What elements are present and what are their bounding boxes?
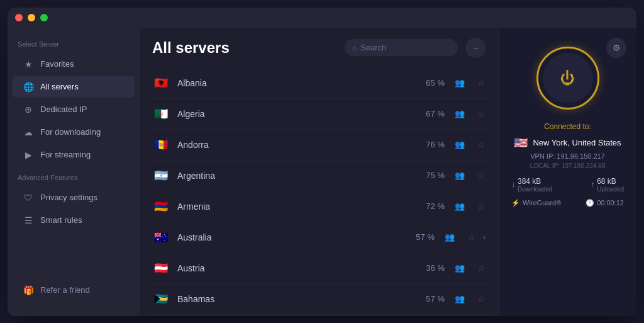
protocol-row: ⚡ WireGuard® 🕐 00:00:12: [509, 199, 626, 207]
favorite-star[interactable]: ☆: [477, 263, 486, 273]
country-name: Albania: [177, 78, 418, 88]
upload-stat: ↑ 68 kB Uploaded: [591, 177, 624, 193]
country-flag: 🇦🇲: [152, 198, 170, 215]
vpn-ip: VPN IP: 191.96.150.217: [530, 152, 605, 160]
location-flag: 🇺🇸: [514, 136, 528, 150]
refer-a-friend-button[interactable]: 🎁 Refer a friend: [13, 280, 135, 301]
refer-label: Refer a friend: [40, 285, 90, 295]
sidebar-bottom: 🎁 Refer a friend: [8, 275, 140, 306]
dedicated-ip-icon: ⊕: [23, 104, 34, 115]
favorite-star[interactable]: ☆: [477, 109, 486, 119]
maximize-button[interactable]: [40, 14, 48, 21]
streaming-icon: ▶: [23, 149, 34, 161]
sidebar-item-for-downloading[interactable]: ☁ For downloading: [13, 122, 135, 143]
server-load: 57 %: [416, 232, 435, 242]
server-load: 67 %: [426, 109, 445, 118]
sidebar-item-smart-rules[interactable]: ☰ Smart rules: [13, 210, 135, 231]
users-icon: 👥: [455, 78, 465, 88]
upload-arrow-icon: ↑: [591, 180, 594, 189]
sidebar-item-all-servers[interactable]: 🌐 All servers: [13, 76, 135, 98]
download-label: Downloaded: [518, 186, 553, 193]
protocol-name: WireGuard®: [523, 199, 561, 207]
country-name: Andorra: [177, 140, 418, 150]
sidebar-item-label: For streaming: [40, 150, 91, 159]
sidebar-item-label: All servers: [40, 82, 79, 91]
sidebar-item-dedicated-ip[interactable]: ⊕ Dedicated IP: [13, 99, 135, 120]
location-name: New York, United States: [533, 138, 621, 147]
favorite-star[interactable]: ☆: [477, 201, 486, 212]
local-ip: LOCAL IP: 197.180.224.68: [530, 162, 606, 169]
search-input[interactable]: [360, 43, 450, 52]
favorite-star[interactable]: ☆: [477, 78, 486, 88]
timer-value: 00:00:12: [597, 199, 624, 207]
sidebar-item-label: Dedicated IP: [40, 105, 87, 114]
download-icon: ☁: [23, 127, 34, 138]
server-row[interactable]: 🇩🇿 Algeria 67 % 👥 ☆: [145, 99, 493, 130]
content-area: Select Server ★ Favorites 🌐 All servers …: [8, 28, 636, 316]
server-row[interactable]: 🇧🇸 Bahamas 57 % 👥 ☆: [145, 284, 493, 315]
server-row[interactable]: 🇦🇩 Andorra 76 % 👥 ☆: [145, 130, 493, 161]
upload-col: 68 kB Uploaded: [597, 177, 624, 193]
server-list: 🇦🇱 Albania 65 % 👥 ☆ 🇩🇿 Algeria 67 % 👥 ☆: [140, 68, 498, 316]
minimize-button[interactable]: [28, 14, 35, 21]
users-icon: 👥: [445, 232, 455, 242]
country-flag: 🇧🇸: [152, 290, 170, 308]
main-panel: All servers ⌕ → 🇦🇱 Albania 65 % 👥 ☆: [140, 28, 498, 316]
country-name: Austria: [177, 263, 418, 273]
power-icon: ⏻: [560, 69, 575, 87]
server-load: 72 %: [426, 201, 445, 211]
traffic-lights: [15, 14, 48, 21]
sidebar-item-for-streaming[interactable]: ▶ For streaming: [13, 144, 135, 166]
power-button[interactable]: ⏻: [543, 53, 593, 103]
sidebar-item-favorites[interactable]: ★ Favorites: [13, 54, 135, 75]
server-row[interactable]: 🇦🇱 Albania 65 % 👥 ☆: [145, 68, 493, 99]
favorite-star[interactable]: ☆: [477, 294, 486, 304]
country-name: Bahamas: [177, 294, 418, 304]
expand-chevron-icon: ›: [483, 233, 486, 242]
server-load: 75 %: [426, 171, 445, 180]
star-icon: ★: [23, 59, 34, 70]
favorite-star[interactable]: ☆: [467, 232, 475, 242]
users-icon: 👥: [455, 109, 465, 118]
power-button-container[interactable]: ⏻: [536, 47, 599, 110]
connection-info: 🇺🇸 New York, United States VPN IP: 191.9…: [509, 136, 626, 169]
connected-to-label: Connected to:: [544, 122, 591, 131]
country-name: Armenia: [177, 201, 418, 212]
country-name: Algeria: [177, 109, 418, 119]
country-name: Australia: [177, 232, 408, 242]
sidebar-item-privacy-settings[interactable]: 🛡 Privacy settings: [13, 187, 135, 208]
download-stat: ↓ 384 kB Downloaded: [511, 177, 553, 193]
country-flag: 🇦🇺: [152, 229, 170, 246]
settings-button[interactable]: ⚙: [606, 38, 626, 58]
users-icon: 👥: [455, 263, 465, 273]
wireguard-icon: ⚡: [511, 199, 520, 207]
advanced-features-label: Advanced Features: [8, 166, 140, 186]
main-header: All servers ⌕ →: [140, 28, 498, 68]
server-load: 57 %: [426, 294, 445, 303]
favorite-star[interactable]: ☆: [477, 171, 486, 181]
server-row[interactable]: 🇦🇲 Armenia 72 % 👥 ☆: [145, 191, 493, 222]
server-load: 36 %: [426, 263, 445, 273]
server-row[interactable]: 🇦🇺 Australia 57 % 👥 ☆ ›: [145, 222, 493, 253]
users-icon: 👥: [455, 294, 465, 303]
arrow-right-icon: →: [471, 43, 480, 53]
country-name: Argentina: [177, 171, 418, 181]
server-row[interactable]: 🇦🇹 Austria 36 % 👥 ☆: [145, 253, 493, 284]
arrow-right-button[interactable]: →: [465, 38, 486, 58]
favorite-star[interactable]: ☆: [477, 140, 486, 150]
close-button[interactable]: [15, 14, 23, 21]
rules-icon: ☰: [23, 215, 34, 226]
server-row[interactable]: 🇧🇩 Bangladesh 60 % 👥 ☆: [145, 315, 493, 316]
search-box[interactable]: ⌕: [345, 39, 458, 56]
users-icon: 👥: [455, 171, 465, 180]
country-flag: 🇦🇹: [152, 259, 170, 277]
server-load: 65 %: [426, 78, 445, 88]
users-icon: 👥: [455, 201, 465, 211]
download-col: 384 kB Downloaded: [518, 177, 553, 193]
server-row[interactable]: 🇦🇷 Argentina 75 % 👥 ☆: [145, 161, 493, 191]
select-server-label: Select Server: [8, 38, 140, 53]
timer-info: 🕐 00:00:12: [586, 199, 624, 207]
country-flag: 🇦🇷: [152, 167, 170, 184]
country-flag: 🇦🇩: [152, 136, 170, 154]
gift-icon: 🎁: [23, 285, 34, 296]
